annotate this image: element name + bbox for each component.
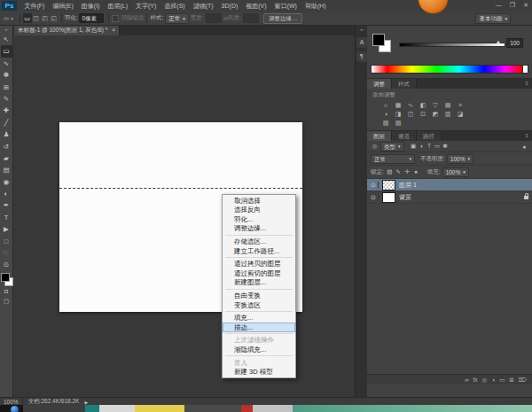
history-brush-tool[interactable]: ↺: [1, 141, 12, 152]
hue-saturation-icon[interactable]: ▤: [442, 101, 454, 110]
status-flyout-arrow-icon[interactable]: ▶: [84, 400, 88, 405]
screen-mode-button[interactable]: ▢: [1, 296, 12, 306]
menu-item[interactable]: 选择(S): [160, 0, 189, 12]
paragraph-panel-icon[interactable]: ¶: [356, 51, 367, 62]
lock-position-icon[interactable]: ✛: [403, 168, 411, 175]
panel-menu-icon[interactable]: ≡: [525, 131, 532, 141]
link-layers-icon[interactable]: ∞: [465, 375, 469, 385]
add-selection-icon[interactable]: ◫: [32, 13, 41, 23]
layer-style-icon[interactable]: fx: [473, 375, 478, 385]
eyedropper-tool[interactable]: ✎: [1, 93, 12, 105]
character-panel-icon[interactable]: A: [356, 37, 367, 48]
hand-tool[interactable]: ☞: [1, 247, 12, 259]
lock-transparent-icon[interactable]: ▨: [386, 168, 394, 175]
layer-name[interactable]: 背景: [399, 193, 411, 202]
path-selection-tool[interactable]: ▶: [1, 223, 12, 235]
panel-menu-icon[interactable]: ≡: [525, 79, 532, 89]
taskbar-item[interactable]: [85, 405, 99, 412]
filter-toggle-icon[interactable]: ●: [520, 144, 528, 150]
width-input[interactable]: [206, 13, 222, 23]
context-menu-item[interactable]: 建立工作路径...: [223, 246, 295, 256]
blend-mode-select[interactable]: 正常 ▾: [371, 154, 415, 164]
layer-name[interactable]: 图层 1: [399, 181, 417, 190]
expand-panels-chevron-icon[interactable]: «: [360, 25, 363, 34]
lock-paint-icon[interactable]: ✎: [395, 168, 403, 175]
slider-handle[interactable]: [496, 41, 501, 44]
pen-tool[interactable]: ✒: [1, 199, 12, 211]
visibility-eye-icon[interactable]: ⊙: [369, 194, 379, 201]
menu-item[interactable]: 图层(L): [104, 0, 132, 12]
slider-value[interactable]: 100: [506, 38, 523, 48]
panel-tab[interactable]: 样式: [392, 79, 417, 89]
zoom-level-field[interactable]: 100%: [0, 399, 23, 405]
new-layer-icon[interactable]: ⊞: [509, 375, 513, 385]
context-menu-item[interactable]: 变换选区: [223, 300, 295, 310]
taskbar-item[interactable]: [184, 405, 241, 412]
context-menu-item[interactable]: 新建 3D 模型: [223, 368, 295, 377]
context-menu-item[interactable]: 通过拷贝的图层: [223, 260, 295, 269]
gradient-tool[interactable]: ▤: [1, 164, 12, 175]
filter-type-layers-icon[interactable]: T: [426, 143, 434, 150]
levels-icon[interactable]: ▦: [392, 101, 404, 110]
tool-preset-picker[interactable]: ▭ ▾: [0, 15, 17, 22]
panel-tab[interactable]: 调整: [367, 79, 392, 89]
panel-tab[interactable]: 图层: [367, 131, 392, 141]
context-menu-item[interactable]: 渐隐填充...: [223, 345, 295, 354]
menu-item[interactable]: 视图(V): [242, 0, 270, 12]
taskbar-item[interactable]: [293, 405, 532, 412]
context-menu-item[interactable]: 取消选择: [223, 196, 295, 206]
context-menu-item[interactable]: 自由变换: [223, 291, 295, 300]
menu-item[interactable]: 图像(I): [77, 0, 104, 12]
filter-smart-objects-icon[interactable]: ✽: [442, 143, 450, 150]
style-select[interactable]: 正常 ▾: [165, 13, 189, 24]
close-tab-icon[interactable]: ×: [112, 25, 115, 35]
menu-item[interactable]: 文字(Y): [131, 0, 160, 12]
feather-input[interactable]: 0像素: [79, 13, 104, 23]
context-menu-item[interactable]: 调整边缘...: [223, 224, 295, 234]
menu-item[interactable]: 文件(F): [20, 0, 49, 12]
filter-adjustment-layers-icon[interactable]: ◑: [418, 143, 426, 150]
type-tool[interactable]: T: [1, 212, 12, 223]
menu-item[interactable]: 帮助(H): [301, 0, 330, 12]
context-menu-item[interactable]: 羽化...: [223, 214, 295, 224]
document-tab[interactable]: 未标题-1 @ 100%(图层 1, 灰色/8) * ×: [14, 25, 120, 35]
clone-stamp-tool[interactable]: ♟: [1, 128, 12, 140]
posterize-icon[interactable]: ▥: [442, 110, 454, 119]
spot-healing-brush-tool[interactable]: ✚: [1, 105, 12, 116]
visibility-eye-icon[interactable]: ⊙: [369, 182, 379, 189]
grayscale-slider[interactable]: [399, 43, 505, 47]
refine-edge-button[interactable]: 调整边缘…: [263, 13, 303, 24]
taskbar-item[interactable]: [135, 405, 184, 412]
lasso-tool[interactable]: ∿: [1, 58, 12, 69]
brush-tool[interactable]: ╱: [1, 117, 12, 128]
move-tool[interactable]: ↖: [1, 34, 12, 45]
invert-icon[interactable]: ◩: [429, 110, 442, 119]
taskbar-item[interactable]: [241, 405, 253, 412]
vibrance-icon[interactable]: ▽: [429, 101, 442, 110]
crop-tool[interactable]: ⊞: [1, 82, 12, 93]
start-orb-icon[interactable]: [11, 406, 19, 412]
panel-tab[interactable]: 通道: [392, 131, 417, 141]
adjustment-layer-icon[interactable]: ◑: [491, 375, 495, 385]
context-menu-item[interactable]: 置入: [223, 358, 295, 368]
layer-mask-icon[interactable]: ◎: [482, 375, 488, 385]
context-menu-item[interactable]: 描边...: [223, 323, 295, 332]
context-menu-item[interactable]: 存储选区...: [223, 237, 295, 246]
taskbar-item[interactable]: [253, 405, 293, 412]
rectangular-marquee-tool[interactable]: ▭: [1, 45, 12, 57]
quick-mask-button[interactable]: ◘: [1, 286, 12, 296]
new-group-icon[interactable]: ▭: [499, 375, 505, 385]
menu-item[interactable]: 窗口(W): [270, 0, 301, 12]
color-balance-icon[interactable]: ≡: [454, 101, 466, 110]
filter-shape-layers-icon[interactable]: ▭: [434, 143, 442, 150]
filter-type-select[interactable]: 类型 ▾: [380, 142, 404, 152]
menu-item[interactable]: 编辑(E): [49, 0, 77, 12]
taskbar-item[interactable]: [99, 405, 135, 412]
black-white-icon[interactable]: ◑: [379, 110, 392, 119]
brightness-contrast-icon[interactable]: ☼: [379, 101, 392, 110]
foreground-background-swatches[interactable]: [1, 273, 12, 286]
antialias-checkbox[interactable]: [112, 15, 119, 22]
photo-filter-icon[interactable]: ◨: [392, 110, 404, 119]
fill-input[interactable]: 100% ▾: [442, 167, 469, 177]
filter-pixel-layers-icon[interactable]: ▣: [410, 143, 418, 150]
